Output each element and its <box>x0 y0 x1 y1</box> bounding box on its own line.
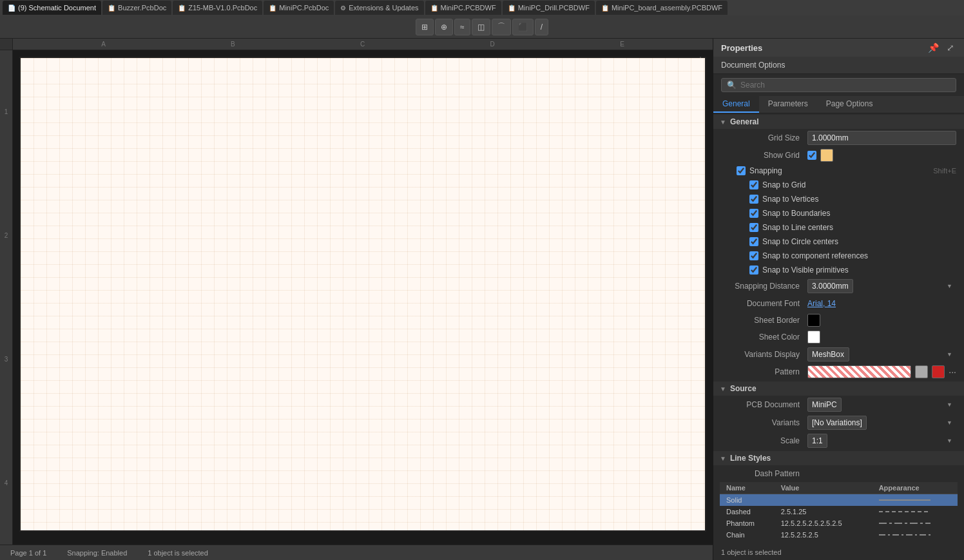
col-label-d: D <box>490 41 495 48</box>
scale-select[interactable]: 1:1 1:2 2:1 <box>807 434 827 448</box>
tab-label: MiniPC.PcbDoc <box>279 4 329 12</box>
snap-visible-checkbox[interactable] <box>749 266 758 275</box>
snapping-distance-select[interactable]: 3.0000mm <box>807 279 853 293</box>
row-label-4: 4 <box>5 479 8 487</box>
show-grid-label: Show Grid <box>724 151 807 160</box>
tab-label: MiniPC.PCBDWF <box>441 4 496 12</box>
panel-tabs: General Parameters Page Options <box>713 96 964 113</box>
tab-icon: ⚙ <box>340 5 346 12</box>
snap-boundaries-label: Snap to Boundaries <box>762 209 830 218</box>
snap-circlecenters-checkbox[interactable] <box>749 237 758 246</box>
snapping-row: Snapping Shift+E <box>713 164 964 178</box>
tab-minipc[interactable]: 📋 MiniPC.PcbDoc <box>264 1 334 15</box>
pattern-row: Pattern ··· <box>713 363 964 380</box>
variants-value: [No Variations] <box>807 416 956 430</box>
grid-size-input[interactable] <box>807 131 956 145</box>
pattern-more-btn[interactable]: ··· <box>949 367 956 377</box>
tab-minipcbdwf[interactable]: 📋 MiniPC.PCBDWF <box>425 1 501 15</box>
search-box: 🔍 <box>721 78 956 92</box>
grid-size-label: Grid Size <box>724 133 807 142</box>
tab-minidrill[interactable]: 📋 MiniPC_Drill.PCBDWF <box>503 1 595 15</box>
schematic-sheet[interactable] <box>19 57 706 532</box>
table-row-dashed[interactable]: Dashed 2.5.1.25 <box>720 506 958 517</box>
variants-label: Variants <box>724 418 807 427</box>
row-label-2: 2 <box>5 232 8 239</box>
toolbar-line-btn[interactable]: / <box>535 19 548 35</box>
canvas-area[interactable]: A B C D E 1 2 3 4 <box>0 39 713 560</box>
tab-z15mb[interactable]: 📋 Z15-MB-V1.0.PcbDoc <box>173 1 262 15</box>
tab-icon: 📋 <box>508 5 516 12</box>
dash-pattern-header-row: Dash Pattern <box>713 465 964 482</box>
pcb-document-select[interactable]: MiniPC <box>807 398 842 412</box>
variants-select[interactable]: [No Variations] <box>807 416 867 430</box>
document-options-title: Document Options <box>713 57 964 74</box>
tab-extensions[interactable]: ⚙ Extensions & Updates <box>335 1 423 15</box>
snap-to-visible-row: Snap to Visible primitives <box>713 263 964 277</box>
section-general[interactable]: ▼ General <box>713 115 964 129</box>
show-grid-row: Show Grid <box>713 147 964 164</box>
section-line-styles[interactable]: ▼ Line Styles <box>713 451 964 465</box>
tab-parameters[interactable]: Parameters <box>759 96 817 113</box>
row-chain-value: 12.5.2.5.2.5 <box>775 529 872 541</box>
show-grid-value <box>807 149 956 162</box>
snap-linecenters-checkbox[interactable] <box>749 223 758 232</box>
panel-expand-btn[interactable]: ⤢ <box>945 43 956 53</box>
snapping-checkbox[interactable] <box>737 166 746 175</box>
table-row-chain[interactable]: Chain 12.5.2.5.2.5 <box>720 529 958 541</box>
row-solid-name: Solid <box>720 494 775 507</box>
toolbar-layers-btn[interactable]: ◫ <box>472 19 490 35</box>
row-label-3: 3 <box>5 356 8 363</box>
toolbar-add-btn[interactable]: ⊕ <box>435 19 453 35</box>
toolbar-rect-btn[interactable]: ⬛ <box>512 19 534 35</box>
selection-status: 1 object is selected <box>148 549 208 557</box>
tab-miniboard[interactable]: 📋 MiniPC_board_assembly.PCBDWF <box>596 1 728 15</box>
pattern-label: Pattern <box>724 367 807 376</box>
tab-page-options[interactable]: Page Options <box>817 96 882 113</box>
snapping-distance-value: 3.0000mm <box>807 279 956 293</box>
document-font-label: Document Font <box>724 299 807 308</box>
pcb-document-row: PCB Document MiniPC <box>713 396 964 414</box>
snap-boundaries-checkbox[interactable] <box>749 209 758 218</box>
snap-to-comprefs-row: Snap to component references <box>713 249 964 263</box>
snap-vertices-checkbox[interactable] <box>749 195 758 204</box>
tab-label: Buzzer.PcbDoc <box>118 4 166 12</box>
pattern-color1-swatch[interactable] <box>915 365 928 378</box>
snap-to-boundaries-row: Snap to Boundaries <box>713 206 964 220</box>
document-font-link[interactable]: Arial, 14 <box>807 299 836 308</box>
snap-linecenters-label: Snap to Line centers <box>762 223 833 232</box>
grid-color-swatch[interactable] <box>820 149 833 162</box>
sheet-color-swatch[interactable] <box>807 331 820 343</box>
tab-general[interactable]: General <box>713 96 759 113</box>
snapping-distance-row: Snapping Distance 3.0000mm <box>713 277 964 295</box>
toolbar-snap-btn[interactable]: ≈ <box>454 19 470 35</box>
toolbar-mode-btn[interactable]: ⊞ <box>416 19 434 35</box>
show-grid-checkbox[interactable] <box>807 151 816 160</box>
properties-panel: Properties 📌 ⤢ Document Options 🔍 Genera… <box>713 39 964 560</box>
sheet-border-label: Sheet Border <box>724 316 807 325</box>
table-row-solid[interactable]: Solid <box>720 494 958 507</box>
search-input[interactable] <box>740 81 950 90</box>
panel-pin-btn[interactable]: 📌 <box>926 43 941 53</box>
snap-grid-checkbox[interactable] <box>749 180 758 189</box>
panel-title: Properties <box>721 43 762 53</box>
row-dashed-value: 2.5.1.25 <box>775 506 872 517</box>
col-value: Value <box>775 482 872 494</box>
bottom-status: 1 object is selected <box>713 546 964 559</box>
grid-size-row: Grid Size <box>713 129 964 147</box>
snapping-status: Snapping: Enabled <box>67 549 127 557</box>
document-font-value: Arial, 14 <box>807 299 956 308</box>
sheet-border-value <box>807 314 956 327</box>
toolbar-arc-btn[interactable]: ⌒ <box>492 19 511 35</box>
pattern-preview[interactable] <box>807 365 911 378</box>
status-bar: Page 1 of 1 Snapping: Enabled 1 object i… <box>0 545 713 560</box>
tab-buzzer[interactable]: 📋 Buzzer.PcbDoc <box>102 1 171 15</box>
snap-comprefs-checkbox[interactable] <box>749 251 758 260</box>
sheet-border-swatch[interactable] <box>807 314 820 327</box>
section-source-label: Source <box>730 384 757 393</box>
table-row-phantom[interactable]: Phantom 12.5.2.5.2.5.2.5.2.5 <box>720 517 958 529</box>
section-source[interactable]: ▼ Source <box>713 381 964 396</box>
tab-schematic[interactable]: 📄 (9) Schematic Document <box>3 1 101 15</box>
pattern-color2-swatch[interactable] <box>932 365 945 378</box>
search-icon: 🔍 <box>727 81 737 90</box>
variants-display-select[interactable]: MeshBox None Gray Color <box>807 347 849 362</box>
